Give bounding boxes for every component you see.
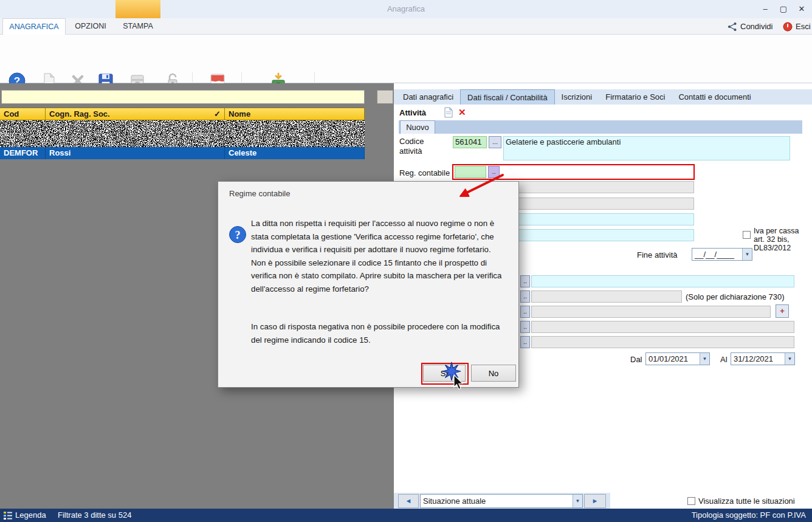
dialog-message-1: La ditta non rispetta i requisiti per l'… bbox=[251, 217, 506, 295]
selected-company-row[interactable]: DEMFOR Rossi Celeste bbox=[0, 147, 365, 159]
codice-attivita-field[interactable]: 561041 bbox=[453, 136, 487, 148]
window-title: Anagrafica bbox=[0, 4, 812, 13]
ribbon-tab-stampa[interactable]: STAMPA bbox=[115, 18, 160, 35]
tab-iscrizioni[interactable]: Iscrizioni bbox=[555, 89, 599, 105]
toolbar: ? Guida Nuovo Elimina bbox=[0, 35, 812, 83]
subtab-nuovo[interactable]: Nuovo bbox=[400, 120, 435, 134]
detail-tabstrip: Dati anagrafici Dati fiscali / Contabili… bbox=[394, 89, 812, 105]
fine-attivita-label: Fine attività bbox=[637, 250, 677, 259]
new-activity-document-icon[interactable] bbox=[442, 106, 455, 118]
delete-activity-x-icon[interactable]: ✕ bbox=[458, 107, 466, 118]
row1-field[interactable] bbox=[531, 275, 794, 287]
header-ragione-sociale[interactable]: Cogn. Rag. Soc. ✓ bbox=[46, 108, 225, 120]
header-nome[interactable]: Nome bbox=[225, 108, 365, 120]
sort-check-icon: ✓ bbox=[214, 108, 221, 120]
exit-icon bbox=[783, 22, 793, 32]
dropdown-arrow-icon: ▼ bbox=[573, 495, 582, 507]
solo-730-label: (Solo per dichiarazione 730) bbox=[686, 292, 785, 301]
status-bar: Legenda Filtrate 3 ditte su 524 Tipologi… bbox=[0, 509, 812, 522]
codice-attivita-label: Codice attività bbox=[399, 137, 437, 156]
esci-button[interactable]: Esci bbox=[783, 18, 811, 35]
row1-browse-button[interactable]: .. bbox=[520, 275, 530, 287]
noise-pattern bbox=[0, 120, 365, 147]
maximize-button[interactable]: ▢ bbox=[774, 0, 793, 18]
row3-add-button[interactable]: + bbox=[776, 304, 789, 318]
selected-cod: DEMFOR bbox=[0, 147, 46, 159]
tab-firmatario-soci[interactable]: Firmatario e Soci bbox=[599, 89, 672, 105]
company-grid-header: Cod Cogn. Rag. Soc. ✓ Nome bbox=[0, 108, 365, 120]
iva-per-cassa-label: Iva per cassa art. 32 bis, DL83/2012 bbox=[754, 227, 803, 252]
al-dropdown[interactable]: 31/12/2021 ▼ bbox=[731, 352, 795, 365]
al-label: Al bbox=[720, 355, 728, 364]
regime-contabile-dialog: Regime contabile ? La ditta non rispetta… bbox=[218, 181, 519, 388]
dal-label: Dal bbox=[630, 355, 642, 364]
row4-browse-button[interactable]: .. bbox=[520, 321, 530, 333]
row5-browse-button[interactable]: .. bbox=[520, 336, 530, 348]
title-bar: Anagrafica – ▢ ✕ bbox=[0, 0, 812, 18]
visualizza-situazioni-label: Visualizza tutte le situazioni bbox=[698, 496, 795, 506]
row3-browse-button[interactable]: .. bbox=[520, 306, 530, 318]
situation-next-button[interactable]: ► bbox=[584, 494, 606, 508]
legenda-icon bbox=[4, 511, 12, 520]
tab-dati-anagrafici[interactable]: Dati anagrafici bbox=[396, 89, 460, 105]
close-button[interactable]: ✕ bbox=[793, 0, 811, 18]
esci-label: Esci bbox=[796, 22, 811, 31]
annotation-arrow bbox=[454, 173, 509, 199]
window-controls: – ▢ ✕ bbox=[756, 0, 811, 18]
codice-attivita-browse-button[interactable]: ... bbox=[489, 136, 501, 148]
activity-subtab-strip: Nuovo bbox=[399, 120, 802, 134]
situation-prev-button[interactable]: ◄ bbox=[398, 494, 419, 508]
codice-attivita-descrizione-field[interactable]: Gelaterie e pasticcerie ambulanti bbox=[503, 136, 790, 160]
share-icon bbox=[728, 22, 737, 32]
visualizza-situazioni-checkbox[interactable] bbox=[687, 497, 695, 505]
filter-status-text: Filtrate 3 ditte su 524 bbox=[58, 510, 131, 520]
censored-company-rows bbox=[0, 120, 365, 147]
selected-nome: Celeste bbox=[225, 147, 365, 159]
tab-contatti-documenti[interactable]: Contatti e documenti bbox=[672, 89, 757, 105]
situazione-dropdown[interactable]: Situazione attuale ▼ bbox=[420, 494, 583, 508]
svg-text:?: ? bbox=[235, 229, 241, 241]
ribbon-tab-opzioni[interactable]: OPZIONI bbox=[67, 18, 114, 35]
condividi-button[interactable]: Condividi bbox=[728, 18, 772, 35]
tipologia-soggetto-text: Tipologia soggetto: PF con P.IVA bbox=[692, 510, 806, 520]
dropdown-arrow-icon: ▼ bbox=[742, 249, 752, 260]
dialog-message-2: In caso di risposta negativa non è possi… bbox=[251, 320, 506, 346]
question-icon: ? bbox=[229, 225, 247, 244]
row2-field bbox=[531, 290, 682, 303]
condividi-label: Condividi bbox=[740, 22, 772, 31]
panel-square-button[interactable] bbox=[377, 90, 393, 104]
header-cod[interactable]: Cod bbox=[0, 108, 46, 120]
row3-field bbox=[531, 306, 771, 318]
no-button[interactable]: No bbox=[471, 365, 516, 382]
fine-attivita-dropdown[interactable]: __/__/____ ▼ bbox=[692, 248, 752, 261]
anagrafica-window: Anagrafica – ▢ ✕ ANAGRAFICA OPZIONI STAM… bbox=[0, 0, 812, 522]
company-filter-input[interactable] bbox=[1, 90, 365, 104]
dropdown-arrow-icon: ▼ bbox=[700, 353, 709, 365]
attivita-label: Attività bbox=[399, 108, 426, 117]
dialog-title: Regime contabile bbox=[229, 189, 290, 198]
row2-browse-button[interactable]: .. bbox=[520, 290, 530, 303]
dal-dropdown[interactable]: 01/01/2021 ▼ bbox=[645, 352, 710, 365]
dropdown-arrow-icon: ▼ bbox=[785, 353, 794, 365]
row4-field bbox=[531, 321, 794, 333]
row5-field bbox=[531, 336, 794, 348]
ribbon-tab-row: ANAGRAFICA OPZIONI STAMPA Condividi Esci bbox=[0, 18, 812, 35]
click-starburst-cursor-icon bbox=[439, 362, 471, 393]
minimize-button[interactable]: – bbox=[756, 0, 774, 18]
reg-contabile-label: Reg. contabile bbox=[399, 168, 450, 177]
selected-ragione: Rossi bbox=[46, 147, 225, 159]
ribbon-tab-anagrafica[interactable]: ANAGRAFICA bbox=[2, 18, 66, 35]
iva-per-cassa-checkbox[interactable] bbox=[743, 231, 751, 239]
legenda-button[interactable]: Legenda bbox=[15, 510, 46, 520]
tab-dati-fiscali-contabilita[interactable]: Dati fiscali / Contabilità bbox=[460, 89, 555, 105]
